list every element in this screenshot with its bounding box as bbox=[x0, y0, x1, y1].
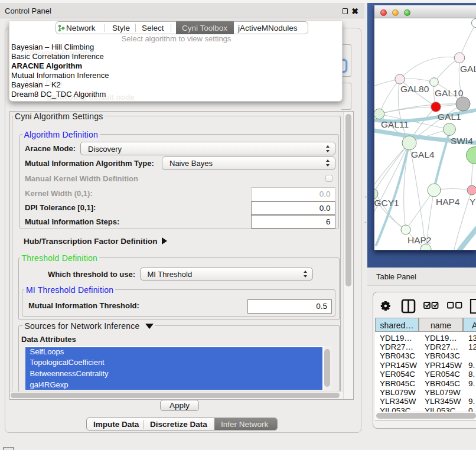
svg-text:SWI4: SWI4 bbox=[451, 136, 473, 146]
svg-text:GAL4: GAL4 bbox=[411, 149, 435, 159]
svg-text:HAP2: HAP2 bbox=[407, 235, 432, 245]
svg-text:HAP4: HAP4 bbox=[436, 197, 460, 207]
svg-text:GAL10: GAL10 bbox=[435, 88, 464, 98]
svg-text:GAL1: GAL1 bbox=[438, 112, 461, 122]
svg-text:Y: Y bbox=[470, 197, 475, 207]
svg-text:GAL: GAL bbox=[460, 64, 476, 74]
svg-text:GAL80: GAL80 bbox=[400, 84, 429, 94]
svg-text:GCY1: GCY1 bbox=[374, 198, 399, 208]
svg-text:GAL11: GAL11 bbox=[381, 119, 409, 129]
